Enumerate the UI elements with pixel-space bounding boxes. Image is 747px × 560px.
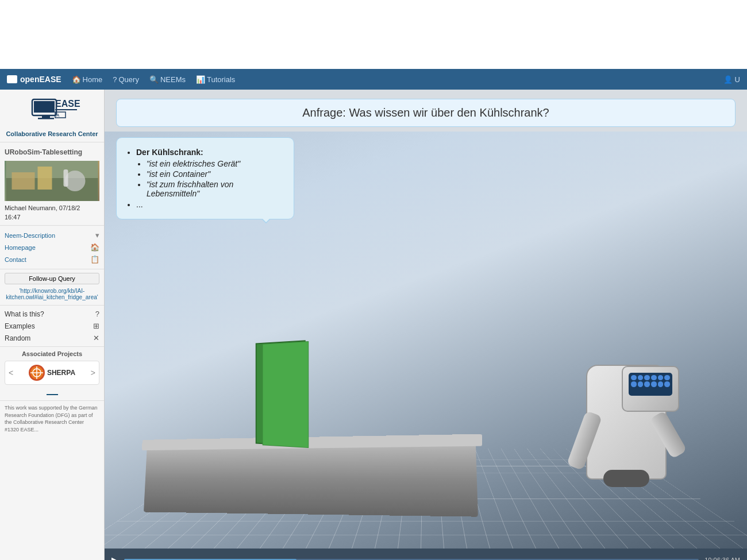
ease-logo-svg: EASE A xyxy=(24,96,81,128)
neem-title: URoboSim-Tablesetting xyxy=(5,146,99,159)
tutorials-icon: 📊 xyxy=(196,75,205,84)
neem-thumbnail xyxy=(5,161,99,201)
bubble-item-1: "ist ein elektrisches Gerät" xyxy=(147,159,284,168)
play-button[interactable]: ▶ xyxy=(111,555,118,561)
nav-home[interactable]: 🏠 Home xyxy=(72,75,103,84)
speech-bubble: Der Kühlschrank: "ist ein elektrisches G… xyxy=(116,137,294,219)
homepage-link[interactable]: Homepage 🏠 xyxy=(5,241,99,253)
robot-right-arm xyxy=(649,411,687,459)
contact-icon: 📋 xyxy=(90,255,99,264)
svg-rect-3 xyxy=(38,118,54,119)
fridge xyxy=(256,340,306,446)
bubble-item-3: "ist zum frischhalten von Lebensmitteln" xyxy=(147,180,284,198)
query-text: Anfrage: Was wissen wir über den Kühlsch… xyxy=(302,106,549,119)
sidebar-footer: This work was supported by the German Re… xyxy=(0,401,104,437)
meta-author: Michael Neumann, 07/18/2 xyxy=(5,203,99,213)
associated-projects: Associated Projects < SHERPA > xyxy=(0,347,104,401)
bubble-extra: ... xyxy=(136,200,284,209)
sherpa-label: SHERPA xyxy=(47,369,75,377)
footer-text: This work was supported by the German Re… xyxy=(5,405,98,432)
user-menu[interactable]: 👤 U xyxy=(723,75,740,84)
main-container: EASE A Collaborative Research Center URo… xyxy=(0,90,747,560)
brand: openEASE xyxy=(7,75,61,84)
robot xyxy=(563,319,690,480)
bubble-heading-text: Der Kühlschrank: xyxy=(136,148,203,157)
home-icon: 🏠 xyxy=(72,75,81,84)
logo-subtitle: Collaborative Research Center xyxy=(6,130,98,137)
meta-time: 16:47 xyxy=(5,213,99,222)
carousel-indicator xyxy=(5,388,99,397)
grid-icon: ⊞ xyxy=(93,322,99,330)
svg-rect-10 xyxy=(12,172,35,190)
random-item[interactable]: Random ✕ xyxy=(5,332,99,344)
svg-rect-5 xyxy=(55,109,77,110)
neems-icon: 🔍 xyxy=(149,75,159,84)
sherpa-card: < SHERPA > xyxy=(5,361,99,385)
top-white-area xyxy=(0,0,747,69)
nav-query[interactable]: ? Query xyxy=(113,75,139,84)
response-area: Der Kühlschrank: "ist ein elektrisches G… xyxy=(105,132,747,560)
robot-left-arm xyxy=(567,411,602,470)
content-area: Anfrage: Was wissen wir über den Kühlsch… xyxy=(105,90,747,560)
brand-name: openEASE xyxy=(20,75,61,84)
sherpa-prev-button[interactable]: < xyxy=(9,368,13,377)
what-is-this-item[interactable]: What is this? ? xyxy=(5,308,99,320)
svg-rect-11 xyxy=(38,167,52,190)
thumbnail-svg xyxy=(5,161,99,201)
svg-text:EASE: EASE xyxy=(55,99,80,109)
brand-icon xyxy=(7,75,17,83)
followup-link[interactable]: 'http://knowrob.org/kb/IAI-kitchen.owl#i… xyxy=(5,287,99,302)
links-section: Neem-Description ▾ Homepage 🏠 Contact 📋 xyxy=(0,226,104,269)
svg-rect-2 xyxy=(42,115,50,118)
svg-rect-1 xyxy=(34,101,55,113)
followup-section: Follow-up Query 'http://knowrob.org/kb/I… xyxy=(0,269,104,306)
thumbnail-inner xyxy=(5,161,99,201)
svg-rect-13 xyxy=(64,169,68,187)
nav-neems[interactable]: 🔍 NEEMs xyxy=(149,75,186,84)
random-icon: ✕ xyxy=(93,334,99,342)
contact-link[interactable]: Contact 📋 xyxy=(5,253,99,265)
video-controls: ▶ 10:06:36 AM xyxy=(105,549,747,560)
assoc-title: Associated Projects xyxy=(5,350,99,357)
nav-tutorials[interactable]: 📊 Tutorials xyxy=(196,75,235,84)
bubble-list: Der Kühlschrank: "ist ein elektrisches G… xyxy=(126,148,284,209)
chevron-down-icon: ▾ xyxy=(95,231,99,240)
robot-wheel xyxy=(603,470,649,487)
sidebar-tools: What is this? ? Examples ⊞ Random ✕ xyxy=(0,306,104,347)
counter-top xyxy=(142,434,482,451)
question-icon: ? xyxy=(95,310,99,318)
query-icon: ? xyxy=(113,75,117,84)
query-box: Anfrage: Was wissen wir über den Kühlsch… xyxy=(116,99,736,127)
bubble-item-2: "ist ein Container" xyxy=(147,169,284,179)
user-icon: 👤 U xyxy=(723,75,740,84)
sidebar-logo: EASE A Collaborative Research Center xyxy=(0,90,104,142)
sidebar: EASE A Collaborative Research Center URo… xyxy=(0,90,105,560)
time-display: 10:06:36 AM xyxy=(704,557,740,560)
examples-item[interactable]: Examples ⊞ xyxy=(5,320,99,332)
kitchen-counter xyxy=(144,443,478,517)
neem-section: URoboSim-Tablesetting Mic xyxy=(0,142,104,226)
home-small-icon: 🏠 xyxy=(90,243,99,252)
bubble-sublist: "ist ein elektrisches Gerät" "ist ein Co… xyxy=(136,159,284,198)
bubble-heading: Der Kühlschrank: "ist ein elektrisches G… xyxy=(136,148,284,198)
robot-screen xyxy=(629,373,672,396)
fridge-door xyxy=(263,341,309,448)
neem-description-link[interactable]: Neem-Description ▾ xyxy=(5,229,99,241)
robot-body xyxy=(586,365,667,480)
navbar: openEASE 🏠 Home ? Query 🔍 NEEMs 📊 Tutori… xyxy=(0,69,747,90)
robot-head xyxy=(622,366,679,412)
sherpa-icon xyxy=(29,365,45,381)
followup-query-button[interactable]: Follow-up Query xyxy=(5,273,99,284)
sherpa-next-button[interactable]: > xyxy=(91,368,95,377)
svg-text:A: A xyxy=(56,113,60,118)
sherpa-logo: SHERPA xyxy=(29,365,75,381)
